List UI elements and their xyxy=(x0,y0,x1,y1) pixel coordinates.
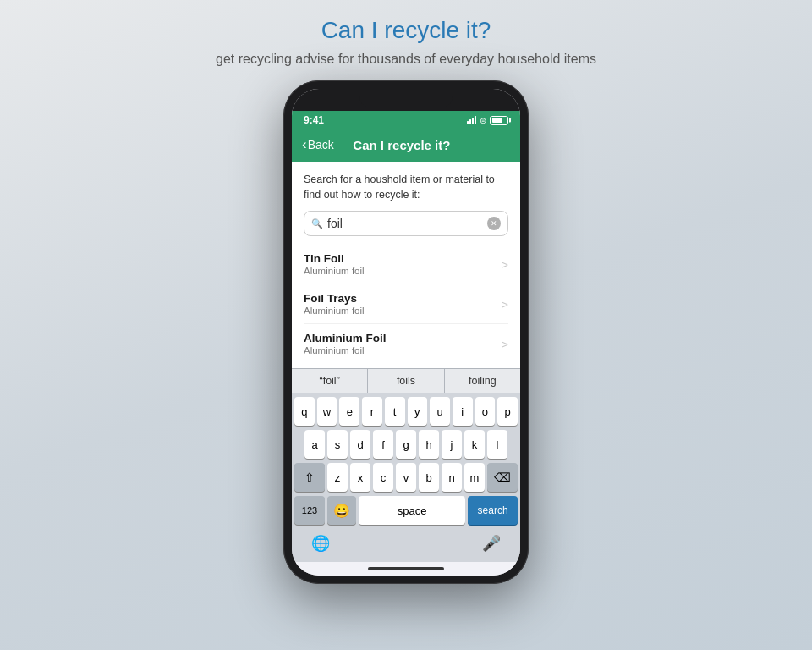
status-bar: 9:41 ⊜ xyxy=(292,111,520,129)
key-e[interactable]: e xyxy=(339,397,359,426)
key-s[interactable]: s xyxy=(327,430,348,459)
phone-frame: 9:41 ⊜ ‹ xyxy=(283,80,529,584)
back-label: Back xyxy=(308,138,334,151)
key-c[interactable]: c xyxy=(373,463,393,492)
description-text: Search for a houshold item or material t… xyxy=(304,172,508,202)
results-list: Tin Foil Aluminium foil > Foil Trays Alu… xyxy=(304,245,508,363)
search-icon: 🔍 xyxy=(311,218,323,229)
suggestion-foiling[interactable]: foiling xyxy=(445,369,520,393)
suggestion-foil[interactable]: “foil” xyxy=(292,369,368,393)
back-chevron-icon: ‹ xyxy=(302,136,307,153)
key-r[interactable]: r xyxy=(362,397,382,426)
keyboard-accessory-row: 🌐 🎤 xyxy=(292,528,520,562)
phone-notch xyxy=(292,89,520,111)
key-t[interactable]: t xyxy=(385,397,405,426)
key-emoji[interactable]: 😀 xyxy=(327,496,356,525)
page-title: Can I recycle it? xyxy=(216,17,596,44)
key-u[interactable]: u xyxy=(430,397,450,426)
mic-key[interactable]: 🎤 xyxy=(476,530,507,557)
key-o[interactable]: o xyxy=(475,397,496,426)
home-bar-area xyxy=(292,562,520,576)
back-button[interactable]: ‹ Back xyxy=(302,136,334,153)
key-h[interactable]: h xyxy=(419,430,439,459)
search-box[interactable]: 🔍 foil ✕ xyxy=(304,211,508,236)
result-text: Foil Trays Aluminium foil xyxy=(304,292,501,316)
result-title: Tin Foil xyxy=(304,252,501,265)
key-i[interactable]: i xyxy=(453,397,473,426)
result-chevron-icon: > xyxy=(501,257,508,272)
key-a[interactable]: a xyxy=(304,430,325,459)
keyboard-row-3: ⇧ z x c v b n m ⌫ xyxy=(294,463,518,492)
result-title: Aluminium Foil xyxy=(304,332,501,344)
keyboard-row-2: a s d f g h j k l xyxy=(294,430,518,459)
keyboard-suggestions: “foil” foils foiling xyxy=(292,368,520,393)
suggestion-foils[interactable]: foils xyxy=(368,369,444,393)
battery-icon xyxy=(490,116,508,125)
result-chevron-icon: > xyxy=(501,337,508,351)
page-header: Can I recycle it? get recycling advise f… xyxy=(199,0,613,75)
result-subtitle: Aluminium foil xyxy=(304,306,501,316)
key-f[interactable]: f xyxy=(373,430,393,459)
result-item-2[interactable]: Foil Trays Aluminium foil > xyxy=(304,284,508,324)
key-n[interactable]: n xyxy=(442,463,462,492)
key-z[interactable]: z xyxy=(327,463,348,492)
status-time: 9:41 xyxy=(304,114,324,126)
key-shift[interactable]: ⇧ xyxy=(294,463,325,492)
nav-title: Can I recycle it? xyxy=(334,138,469,152)
notch-shape xyxy=(359,92,453,107)
page-subtitle: get recycling advise for thousands of ev… xyxy=(216,49,596,69)
key-k[interactable]: k xyxy=(464,430,485,459)
result-chevron-icon: > xyxy=(501,297,508,311)
wifi-icon: ⊜ xyxy=(480,116,486,125)
content-area: Search for a houshold item or material t… xyxy=(292,162,520,368)
key-search[interactable]: search xyxy=(468,496,518,525)
home-indicator xyxy=(368,567,444,570)
clear-icon: ✕ xyxy=(491,220,497,228)
key-b[interactable]: b xyxy=(419,463,439,492)
result-item-1[interactable]: Tin Foil Aluminium foil > xyxy=(304,245,508,284)
globe-key[interactable]: 🌐 xyxy=(305,530,336,557)
key-numbers[interactable]: 123 xyxy=(294,496,325,525)
key-w[interactable]: w xyxy=(317,397,337,426)
search-clear-button[interactable]: ✕ xyxy=(487,217,501,230)
status-icons: ⊜ xyxy=(467,116,508,125)
key-x[interactable]: x xyxy=(350,463,370,492)
phone-screen: 9:41 ⊜ ‹ xyxy=(292,89,520,576)
key-g[interactable]: g xyxy=(396,430,416,459)
key-q[interactable]: q xyxy=(294,397,315,426)
keyboard-row-1: q w e r t y u i o p xyxy=(294,397,518,426)
key-delete[interactable]: ⌫ xyxy=(487,463,518,492)
search-input-value: foil xyxy=(327,217,487,230)
key-l[interactable]: l xyxy=(487,430,508,459)
result-subtitle: Aluminium foil xyxy=(304,266,501,276)
key-p[interactable]: p xyxy=(497,397,518,426)
page-container: Can I recycle it? get recycling advise f… xyxy=(0,0,812,650)
key-space[interactable]: space xyxy=(359,496,465,525)
key-m[interactable]: m xyxy=(464,463,485,492)
key-j[interactable]: j xyxy=(442,430,462,459)
keyboard-bottom-row: 123 😀 space search xyxy=(294,496,518,525)
signal-icon xyxy=(467,116,476,124)
result-item-3[interactable]: Aluminium Foil Aluminium foil > xyxy=(304,324,508,363)
key-y[interactable]: y xyxy=(408,397,428,426)
key-v[interactable]: v xyxy=(396,463,416,492)
result-text: Tin Foil Aluminium foil xyxy=(304,252,501,276)
keyboard: q w e r t y u i o p a s d f g xyxy=(292,393,520,528)
result-title: Foil Trays xyxy=(304,292,501,305)
result-text: Aluminium Foil Aluminium foil xyxy=(304,332,501,355)
nav-bar: ‹ Back Can I recycle it? xyxy=(292,129,520,162)
key-d[interactable]: d xyxy=(350,430,370,459)
result-subtitle: Aluminium foil xyxy=(304,345,501,355)
